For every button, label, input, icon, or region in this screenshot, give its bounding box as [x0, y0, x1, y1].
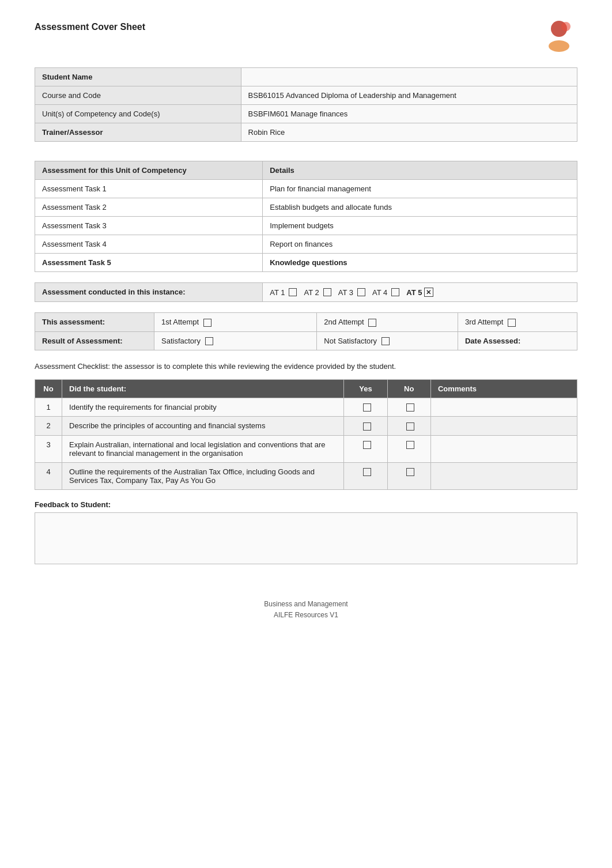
satisfactory-checkbox[interactable]: [205, 337, 213, 345]
result-label: Result of Assessment:: [42, 337, 123, 345]
checklist-col-no2: No: [387, 379, 430, 398]
student-info-value: [241, 68, 577, 86]
checklist-yes-checkbox[interactable]: [363, 468, 371, 476]
checklist-row-no: 3: [35, 435, 62, 462]
student-info-label: Trainer/Assessor: [35, 123, 241, 142]
attempt1-label: 1st Attempt: [161, 318, 199, 326]
at-checkbox[interactable]: [357, 288, 365, 296]
checklist-row-no: 4: [35, 462, 62, 489]
checklist-row-desc: Describe the principles of accounting an…: [62, 417, 344, 436]
at-label: AT 3: [338, 288, 353, 297]
checklist-row: 3 Explain Australian, international and …: [35, 435, 577, 462]
checklist-intro: Assessment Checklist: the assessor is to…: [35, 361, 577, 372]
checklist-row-no2[interactable]: [387, 462, 430, 489]
page-footer: Business and Management AILFE Resources …: [35, 599, 577, 621]
page-title: Assessment Cover Sheet: [35, 17, 145, 32]
checklist-row-comments: [430, 462, 577, 489]
attempt-table: This assessment: 1st Attempt 2nd Attempt…: [35, 312, 577, 350]
at-label: AT 4: [372, 288, 387, 297]
at-item: AT 4: [372, 288, 399, 297]
task-label: Assessment Task 4: [35, 235, 263, 254]
checklist-row-desc: Outline the requirements of the Australi…: [62, 462, 344, 489]
checklist-row-no: 2: [35, 417, 62, 436]
feedback-box[interactable]: [35, 512, 577, 564]
tasks-col1-header: Assessment for this Unit of Competency: [35, 161, 263, 180]
attempt3-label: 3rd Attempt: [465, 318, 503, 326]
student-info-label: Student Name: [35, 68, 241, 86]
task-label: Assessment Task 5: [35, 254, 263, 272]
checklist-row-comments: [430, 435, 577, 462]
attempt2-label: 2nd Attempt: [324, 318, 364, 326]
checklist-row: 2 Describe the principles of accounting …: [35, 417, 577, 436]
tasks-table: Assessment for this Unit of Competency D…: [35, 161, 577, 272]
task-row: Assessment Task 2 Establish budgets and …: [35, 198, 577, 217]
task-row: Assessment Task 5 Knowledge questions: [35, 254, 577, 272]
at-checkbox[interactable]: ✕: [424, 288, 433, 297]
footer-line1: Business and Management: [35, 599, 577, 610]
task-label: Assessment Task 3: [35, 217, 263, 235]
checklist-no-checkbox[interactable]: [406, 468, 414, 476]
page-header: Assessment Cover Sheet: [35, 17, 577, 56]
student-info-row: Student Name: [35, 68, 577, 86]
checklist-row-no2[interactable]: [387, 398, 430, 417]
task-detail: Plan for financial management: [263, 180, 577, 198]
student-info-value: Robin Rice: [241, 123, 577, 142]
checklist-no-checkbox[interactable]: [406, 422, 414, 431]
checklist-row-yes[interactable]: [344, 398, 387, 417]
checklist-row-comments: [430, 417, 577, 436]
checklist-yes-checkbox[interactable]: [363, 403, 371, 412]
checklist-row-yes[interactable]: [344, 462, 387, 489]
attempt3-checkbox[interactable]: [508, 319, 516, 327]
student-info-label: Course and Code: [35, 86, 241, 105]
checklist-yes-checkbox[interactable]: [363, 441, 371, 449]
checklist-row-no2[interactable]: [387, 417, 430, 436]
student-info-row: Course and Code BSB61015 Advanced Diplom…: [35, 86, 577, 105]
checklist-no-checkbox[interactable]: [406, 441, 414, 449]
checklist-col-did: Did the student:: [62, 379, 344, 398]
checklist-row-desc: Explain Australian, international and lo…: [62, 435, 344, 462]
tasks-col2-header: Details: [263, 161, 577, 180]
svg-point-2: [561, 22, 571, 31]
at-item: AT 1: [270, 288, 297, 297]
task-detail: Report on finances: [263, 235, 577, 254]
not-satisfactory-checkbox[interactable]: [381, 337, 390, 345]
at-item: AT 3: [338, 288, 365, 297]
at-checkbox[interactable]: [289, 288, 297, 296]
instance-label: Assessment conducted in this instance:: [42, 288, 186, 296]
checklist-row-no2[interactable]: [387, 435, 430, 462]
checklist-yes-checkbox[interactable]: [363, 422, 371, 431]
feedback-label: Feedback to Student:: [35, 500, 577, 509]
checklist-row-comments: [430, 398, 577, 417]
checklist-col-yes: Yes: [344, 379, 387, 398]
checklist-col-no: No: [35, 379, 62, 398]
attempt2-checkbox[interactable]: [368, 319, 376, 327]
checklist-row-yes[interactable]: [344, 435, 387, 462]
satisfactory-label: Satisfactory: [161, 337, 201, 345]
task-row: Assessment Task 4 Report on finances: [35, 235, 577, 254]
checklist-no-checkbox[interactable]: [406, 403, 414, 412]
checklist-col-comments: Comments: [430, 379, 577, 398]
attempt1-checkbox[interactable]: [203, 319, 211, 327]
footer-line2: AILFE Resources V1: [35, 610, 577, 621]
student-info-row: Unit(s) of Competency and Code(s) BSBFIM…: [35, 105, 577, 123]
task-detail: Implement budgets: [263, 217, 577, 235]
at-label: AT 2: [304, 288, 319, 297]
instance-table: Assessment conducted in this instance: A…: [35, 282, 577, 302]
logo-icon: [541, 17, 577, 54]
task-row: Assessment Task 3 Implement budgets: [35, 217, 577, 235]
not-satisfactory-label: Not Satisfactory: [324, 337, 377, 345]
task-label: Assessment Task 2: [35, 198, 263, 217]
task-label: Assessment Task 1: [35, 180, 263, 198]
this-assessment-label: This assessment:: [42, 318, 105, 326]
at-checkbox[interactable]: [323, 288, 331, 296]
checklist-row-desc: Identify the requirements for financial …: [62, 398, 344, 417]
checklist-row-yes[interactable]: [344, 417, 387, 436]
at-item: AT 2: [304, 288, 331, 297]
at-boxes: AT 1 AT 2 AT 3 AT 4 AT 5 ✕: [270, 288, 570, 297]
date-assessed-label: Date Assessed:: [465, 337, 520, 345]
checklist-table: No Did the student: Yes No Comments 1 Id…: [35, 379, 577, 490]
task-detail: Establish budgets and allocate funds: [263, 198, 577, 217]
at-checkbox[interactable]: [391, 288, 399, 296]
checklist-row-no: 1: [35, 398, 62, 417]
student-info-value: BSBFIM601 Manage finances: [241, 105, 577, 123]
